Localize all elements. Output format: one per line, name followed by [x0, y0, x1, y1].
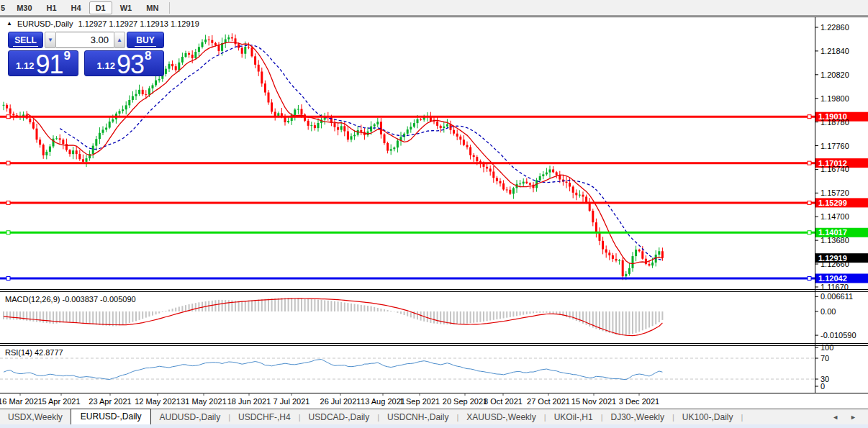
- time-axis-label: 26 Jul 2021: [320, 397, 361, 406]
- rsi-axis-label: 100: [820, 343, 833, 352]
- candle-body: [314, 125, 316, 128]
- candle-body: [351, 136, 353, 140]
- chart-tab-audusd-daily[interactable]: AUDUSD-,Daily: [151, 410, 228, 424]
- macd-histogram-bar: [148, 311, 150, 317]
- candle-body: [82, 159, 84, 162]
- price-line-anchor-marker[interactable]: [6, 276, 10, 280]
- candle-body: [211, 40, 213, 43]
- price-line-label: 1.15299: [818, 199, 847, 207]
- chart-tab-usdchf-h4[interactable]: USDCHF-,H4: [230, 410, 299, 424]
- macd-histogram-bar: [327, 301, 329, 311]
- price-line-anchor-marker[interactable]: [6, 201, 10, 204]
- macd-histogram-bar: [510, 311, 511, 317]
- chart-tab-usdcad-daily[interactable]: USDCAD-,Daily: [301, 410, 378, 424]
- candle-body: [353, 135, 356, 137]
- macd-histogram-bar: [3, 311, 4, 319]
- candle-body: [45, 152, 48, 155]
- chart-tab-ukoil-h1[interactable]: UKOil-,H1: [546, 410, 601, 424]
- candle-body: [393, 147, 395, 149]
- timeframe-button-5[interactable]: 5: [0, 1, 9, 14]
- candle-body: [202, 42, 204, 47]
- candle-body: [612, 255, 614, 259]
- macd-histogram-bar: [129, 311, 130, 323]
- price-axis-label: 1.14700: [820, 212, 849, 221]
- current-price-label: 1.12919: [818, 254, 847, 263]
- macd-histogram-bar: [112, 311, 114, 326]
- macd-histogram-bar: [351, 304, 352, 311]
- macd-histogram-bar: [307, 299, 309, 311]
- candle-body: [168, 64, 171, 69]
- candle-body: [622, 260, 624, 276]
- macd-histogram-bar: [297, 299, 299, 311]
- candle-body: [122, 109, 124, 111]
- macd-histogram-bar: [520, 311, 521, 315]
- price-line-anchor-marker[interactable]: [6, 231, 10, 235]
- chart-tab-uk100-daily[interactable]: UK100-,Daily: [674, 410, 741, 424]
- macd-histogram-bar: [437, 311, 438, 324]
- price-line-anchor-marker[interactable]: [808, 231, 811, 235]
- macd-histogram-bar: [456, 311, 458, 324]
- macd-histogram-bar: [648, 311, 650, 327]
- macd-histogram-bar: [175, 308, 176, 311]
- chart-tab-xauusd-weekly[interactable]: XAUUSD-,Weekly: [458, 410, 543, 424]
- price-line-anchor-marker[interactable]: [808, 115, 811, 119]
- chart-tab-usdcnh-daily[interactable]: USDCNH-,Daily: [379, 410, 456, 424]
- candle-body: [99, 133, 101, 139]
- timeframe-button-h1[interactable]: H1: [40, 1, 63, 14]
- candle-body: [632, 256, 634, 268]
- sell-price-pip-digit: 9: [63, 49, 70, 63]
- macd-histogram-bar: [278, 298, 279, 311]
- candle-body: [128, 100, 130, 105]
- tab-scroll-left-icon[interactable]: ◄: [832, 414, 838, 421]
- candle-body: [297, 109, 299, 110]
- buy-price-display[interactable]: 1.12938: [84, 50, 164, 76]
- candle-body: [436, 122, 438, 126]
- candle-body: [572, 186, 574, 192]
- chart-tab-eurusd-daily[interactable]: EURUSD-,Daily: [71, 409, 152, 424]
- chart-tab-usdx-weekly[interactable]: USDX,Weekly: [0, 410, 71, 424]
- macd-histogram-bar: [185, 305, 186, 311]
- chart-tab-dj30-weekly[interactable]: DJ30-,Weekly: [603, 410, 672, 424]
- macd-histogram-bar: [324, 300, 325, 311]
- candle-body: [453, 130, 455, 134]
- timeframe-button-d1[interactable]: D1: [89, 1, 112, 14]
- macd-histogram-bar: [377, 308, 379, 311]
- macd-histogram-bar: [576, 311, 577, 321]
- collapse-triangle-icon[interactable]: ▲: [6, 21, 12, 27]
- volume-increase-button[interactable]: ▲: [114, 32, 125, 48]
- macd-histogram-bar: [268, 299, 269, 311]
- buy-button[interactable]: BUY: [127, 32, 164, 48]
- macd-histogram-bar: [109, 311, 110, 326]
- volume-input[interactable]: 3.00: [56, 32, 114, 48]
- price-axis-label: 1.16740: [820, 165, 849, 173]
- candle-body: [370, 127, 372, 132]
- candle-body: [582, 195, 584, 197]
- price-line-anchor-marker[interactable]: [808, 201, 811, 204]
- chart-title: ▲ EURUSD-,Daily 1.12927 1.12927 1.12913 …: [6, 19, 199, 28]
- timeframe-button-mn[interactable]: MN: [140, 1, 165, 14]
- macd-histogram-bar: [433, 311, 435, 324]
- tab-scroll-right-icon[interactable]: ►: [850, 414, 856, 421]
- timeframe-button-m30[interactable]: M30: [10, 1, 38, 14]
- sell-price-display[interactable]: 1.12919: [8, 50, 78, 76]
- sell-button[interactable]: SELL: [8, 32, 43, 48]
- macd-histogram-bar: [363, 305, 365, 311]
- price-line-anchor-marker[interactable]: [6, 161, 10, 165]
- timeframe-button-w1[interactable]: W1: [114, 1, 139, 14]
- candle-body: [248, 47, 250, 47]
- candle-body: [32, 122, 35, 129]
- time-axis-label: 20 Sep 2021: [443, 397, 487, 406]
- timeframe-button-h4[interactable]: H4: [65, 1, 88, 14]
- macd-histogram-bar: [119, 311, 120, 325]
- price-line-anchor-marker[interactable]: [808, 161, 811, 165]
- macd-histogram-bar: [523, 311, 524, 315]
- macd-histogram-bar: [609, 311, 610, 333]
- candle-body: [244, 47, 246, 54]
- candle-body: [78, 154, 81, 159]
- volume-decrease-button[interactable]: ▼: [45, 32, 56, 48]
- price-axis-label: 1.21840: [820, 47, 849, 55]
- macd-histogram-bar: [89, 311, 91, 324]
- price-line-anchor-marker[interactable]: [808, 276, 811, 280]
- price-line-anchor-marker[interactable]: [6, 115, 10, 119]
- macd-histogram-bar: [145, 311, 147, 318]
